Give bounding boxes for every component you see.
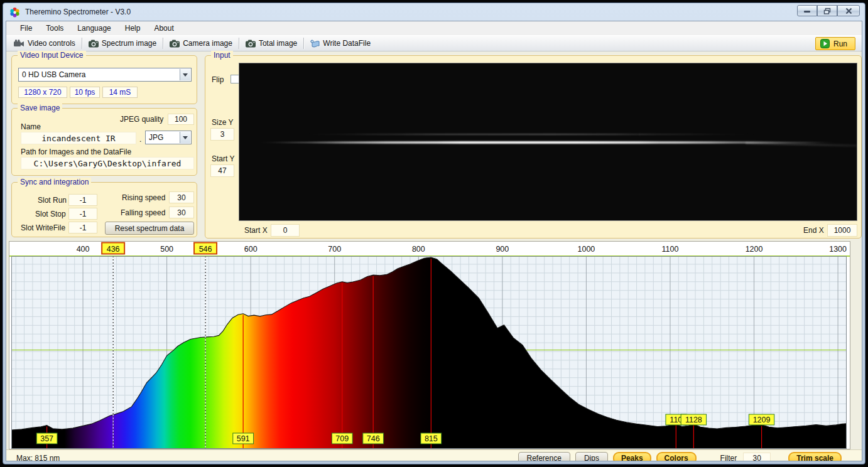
axis-tick-label: 600 — [244, 245, 258, 254]
reset-spectrum-button[interactable]: Reset spectrum data — [105, 222, 194, 235]
save-image-group-title: Save image — [18, 104, 62, 112]
total-image-button[interactable]: Total image — [241, 38, 302, 49]
fps-value: 10 fps — [70, 87, 100, 98]
dropdown-arrow-icon[interactable] — [180, 69, 190, 80]
axis-tick-label: 500 — [160, 245, 173, 254]
format-select[interactable]: JPG — [145, 131, 192, 144]
path-field[interactable]: C:\Users\GaryG\Desktop\infared — [21, 157, 194, 169]
toolbar-separator — [82, 38, 82, 49]
end-x-field[interactable]: 1000 — [827, 224, 857, 237]
peak-label: 746 — [367, 434, 380, 443]
peaks-button[interactable]: Peaks — [613, 452, 651, 462]
start-x-field[interactable]: 0 — [271, 224, 300, 237]
menu-about[interactable]: About — [148, 23, 180, 34]
close-icon — [845, 8, 852, 14]
video-controls-button[interactable]: Video controls — [9, 38, 80, 49]
menu-language[interactable]: Language — [71, 23, 117, 34]
maximize-button[interactable] — [817, 5, 837, 16]
peak-label: 591 — [237, 434, 250, 443]
video-camera-icon — [14, 40, 24, 48]
video-input-group: Video Input Device 0 HD USB Camera 1280 … — [11, 55, 197, 104]
sync-group-title: Sync and integration — [18, 178, 91, 186]
reference-marker-label: 436 — [107, 245, 120, 254]
axis-tick-label: 1300 — [829, 245, 847, 254]
menu-help[interactable]: Help — [119, 23, 147, 34]
window-body: File Tools Language Help About Video con… — [6, 21, 862, 461]
title-bar[interactable]: Theremino Spectrometer - V3.0 — [3, 3, 865, 21]
start-y-field[interactable]: 47 — [210, 164, 234, 177]
spectrum-chart-canvas[interactable]: 3575917097468151101128120940050060070080… — [9, 241, 850, 449]
spectrum-chart[interactable]: 3575917097468151101128120940050060070080… — [9, 241, 850, 449]
flip-checkbox[interactable] — [231, 75, 239, 83]
window-title: Theremino Spectrometer - V3.0 — [25, 8, 131, 16]
minimize-icon — [803, 8, 811, 14]
close-button[interactable] — [837, 5, 860, 16]
dropdown-arrow-icon[interactable] — [180, 132, 190, 143]
write-datafile-label: Write DataFile — [323, 39, 371, 48]
main-content: Video Input Device 0 HD USB Camera 1280 … — [6, 51, 862, 451]
reference-button[interactable]: Reference — [518, 452, 570, 462]
camera-icon — [170, 40, 180, 48]
video-device-value: 0 HD USB Camera — [22, 70, 85, 79]
format-value: JPG — [149, 133, 163, 142]
camera-icon — [89, 40, 99, 48]
image-name-field[interactable]: incandescent IR — [21, 132, 136, 144]
axis-tick-label: 700 — [328, 245, 341, 254]
trim-scale-button[interactable]: Trim scale — [788, 452, 842, 462]
datafile-scroll-icon — [310, 39, 320, 48]
end-x-label: End X — [803, 226, 824, 235]
name-label: Name — [21, 122, 41, 131]
restore-icon — [823, 8, 831, 14]
input-group: Input Flip Size Y 3 Start Y 47 Start X 0… — [205, 55, 862, 239]
falling-speed-field[interactable]: 30 — [169, 207, 194, 218]
toolbar: Video controls Spectrum image — [6, 35, 862, 51]
sync-group: Sync and integration Slot Run -1 Slot St… — [11, 182, 197, 237]
jpeg-quality-label: JPEG quality — [120, 115, 163, 124]
peak-label: 1209 — [753, 416, 771, 424]
run-button[interactable]: Run — [815, 37, 855, 50]
app-window: Theremino Spectrometer - V3.0 File — [0, 0, 868, 467]
resolution-value: 1280 x 720 — [18, 87, 67, 98]
flip-label: Flip — [212, 75, 224, 84]
total-image-label: Total image — [259, 39, 297, 48]
toolbar-separator — [163, 38, 163, 49]
peak-label: 110 — [670, 416, 682, 424]
peak-label: 815 — [425, 434, 438, 443]
write-datafile-button[interactable]: Write DataFile — [305, 38, 376, 49]
camera-preview[interactable] — [239, 63, 857, 221]
start-y-label: Start Y — [212, 154, 234, 163]
dips-button[interactable]: Dips — [575, 452, 608, 462]
menu-tools[interactable]: Tools — [40, 23, 70, 34]
axis-tick-label: 800 — [412, 245, 425, 254]
size-y-label: Size Y — [212, 118, 233, 127]
camera-image-label: Camera image — [183, 39, 232, 48]
size-y-field[interactable]: 3 — [210, 128, 234, 141]
filter-field[interactable]: 30 — [743, 453, 771, 462]
axis-tick-label: 400 — [77, 245, 90, 254]
spectrum-image-button[interactable]: Spectrum image — [84, 38, 161, 49]
camera-image-button[interactable]: Camera image — [165, 38, 237, 49]
video-input-group-title: Video Input Device — [18, 51, 86, 60]
status-bar: Max: 815 nm Reference Dips Peaks Colors … — [6, 449, 862, 461]
slot-writefile-field[interactable]: -1 — [68, 222, 97, 234]
chart-axis-strip — [9, 241, 850, 256]
colors-button[interactable]: Colors — [656, 452, 697, 462]
slot-run-label: Slot Run — [38, 196, 67, 205]
play-icon — [820, 39, 830, 48]
minimize-button[interactable] — [797, 5, 817, 16]
slot-run-field[interactable]: -1 — [68, 194, 97, 206]
axis-tick-label: 900 — [496, 245, 509, 254]
video-device-select[interactable]: 0 HD USB Camera — [18, 68, 192, 82]
dot-separator: . — [139, 135, 141, 144]
video-controls-label: Video controls — [28, 39, 75, 48]
input-group-title: Input — [211, 51, 233, 60]
filter-label: Filter — [720, 454, 737, 462]
slot-stop-field[interactable]: -1 — [68, 208, 97, 220]
menu-file[interactable]: File — [14, 23, 38, 34]
jpeg-quality-field[interactable]: 100 — [168, 114, 194, 125]
peak-label: 709 — [335, 434, 349, 443]
spectrum-image-label: Spectrum image — [102, 39, 156, 48]
camera-icon — [246, 40, 256, 48]
path-label: Path for Images and the DataFile — [21, 148, 131, 156]
rising-speed-field[interactable]: 30 — [169, 191, 194, 203]
